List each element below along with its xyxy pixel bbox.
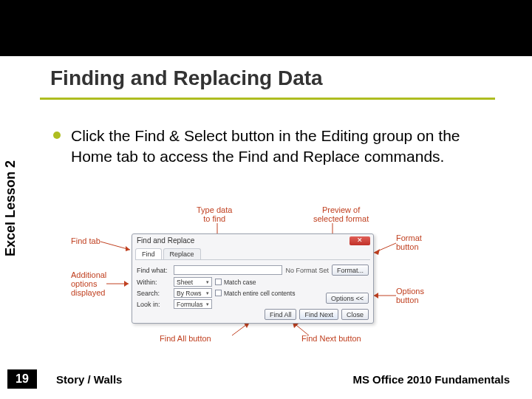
- arrow-icon: [100, 239, 134, 254]
- callout-options-button: Options button: [396, 287, 424, 304]
- format-preview: No Format Set: [285, 267, 329, 274]
- lookin-dropdown[interactable]: Formulas▾: [174, 299, 212, 309]
- body-text: Click the Find & Select button in the Ed…: [71, 126, 499, 168]
- options-button[interactable]: Options <<: [326, 293, 369, 304]
- page-number: 19: [7, 369, 37, 389]
- callout-additional-options: Additional options displayed: [71, 270, 106, 297]
- close-dialog-button[interactable]: Close: [341, 309, 369, 320]
- search-label: Search:: [137, 290, 171, 297]
- format-button[interactable]: Format...: [332, 265, 369, 276]
- dialog-title: Find and Replace: [132, 234, 373, 247]
- callout-find-next: Find Next button: [301, 334, 361, 343]
- within-dropdown[interactable]: Sheet▾: [174, 277, 212, 287]
- arrow-icon: [371, 241, 398, 256]
- lookin-value: Formulas: [177, 301, 202, 308]
- callout-preview-format: Preview of selected format: [313, 205, 369, 223]
- find-next-button[interactable]: Find Next: [299, 309, 338, 320]
- header-notch: [31, 41, 75, 56]
- svg-marker-1: [126, 246, 130, 251]
- tab-find[interactable]: Find: [135, 248, 162, 259]
- arrow-icon: [106, 279, 133, 290]
- chevron-down-icon: ▾: [206, 301, 209, 307]
- search-value: By Rows: [177, 290, 202, 297]
- within-label: Within:: [137, 279, 171, 286]
- close-button[interactable]: ✕: [349, 236, 370, 245]
- annotated-screenshot: Find tab Type data to find Preview of se…: [71, 207, 470, 347]
- chevron-down-icon: ▾: [206, 290, 209, 296]
- svg-line-12: [232, 322, 250, 335]
- chevron-down-icon: ▾: [206, 279, 209, 285]
- match-entire-checkbox[interactable]: Match entire cell contents: [215, 290, 295, 297]
- slide-title: Finding and Replacing Data: [50, 66, 323, 90]
- arrow-icon: [371, 290, 398, 301]
- find-all-button[interactable]: Find All: [265, 309, 297, 320]
- svg-marker-9: [124, 281, 129, 287]
- callout-type-data: Type data to find: [197, 205, 232, 223]
- bullet-icon: [53, 132, 61, 139]
- lookin-label: Look in:: [137, 301, 171, 308]
- footer-left: Story / Walls: [56, 373, 122, 386]
- match-case-checkbox[interactable]: Match case: [215, 279, 256, 286]
- title-divider: [40, 98, 495, 100]
- callout-find-all: Find All button: [160, 334, 211, 343]
- find-what-input[interactable]: [174, 265, 282, 275]
- svg-marker-7: [374, 249, 380, 255]
- search-dropdown[interactable]: By Rows▾: [174, 288, 212, 298]
- svg-line-6: [374, 243, 396, 253]
- footer-right: MS Office 2010 Fundamentals: [352, 373, 510, 386]
- find-replace-dialog: Find and Replace ✕ Find Replace Find wha…: [132, 233, 374, 324]
- tab-replace[interactable]: Replace: [163, 248, 201, 259]
- svg-line-0: [100, 242, 130, 250]
- header-bar: [0, 0, 532, 56]
- sidebar-label: Excel Lesson 2: [3, 160, 18, 256]
- callout-format-button: Format button: [396, 233, 422, 251]
- within-value: Sheet: [177, 279, 193, 286]
- svg-marker-11: [374, 293, 378, 299]
- find-what-label: Find what:: [137, 267, 171, 274]
- callout-find-tab: Find tab: [71, 236, 100, 245]
